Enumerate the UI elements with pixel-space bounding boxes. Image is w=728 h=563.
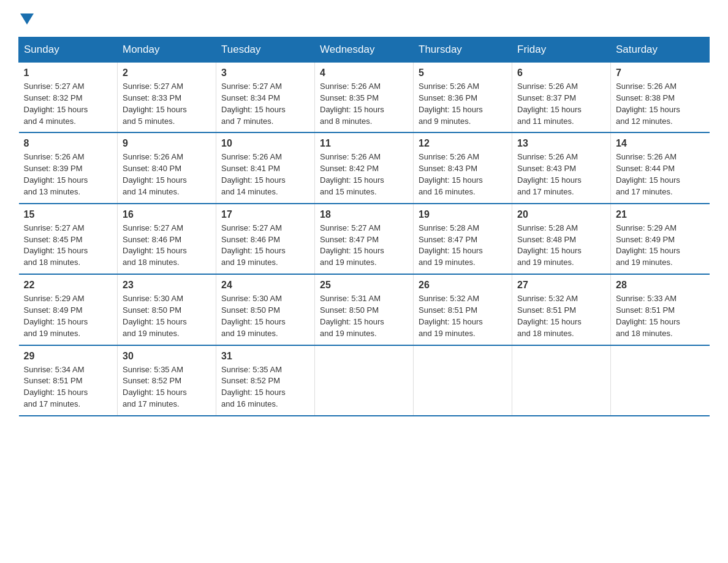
day-number: 14: [616, 138, 705, 149]
day-info: Sunrise: 5:26 AMSunset: 8:43 PMDaylight:…: [517, 151, 605, 197]
calendar-cell: 25 Sunrise: 5:31 AMSunset: 8:50 PMDaylig…: [315, 274, 414, 345]
day-number: 20: [517, 209, 605, 220]
calendar-cell: 17 Sunrise: 5:27 AMSunset: 8:46 PMDaylig…: [216, 204, 315, 274]
calendar-cell: [414, 345, 512, 416]
day-number: 31: [221, 351, 309, 362]
day-number: 22: [24, 280, 113, 291]
day-number: 23: [123, 280, 211, 291]
day-number: 8: [24, 138, 113, 149]
day-info: Sunrise: 5:27 AMSunset: 8:33 PMDaylight:…: [123, 81, 211, 127]
calendar-cell: 5 Sunrise: 5:26 AMSunset: 8:36 PMDayligh…: [414, 63, 512, 133]
day-info: Sunrise: 5:35 AMSunset: 8:52 PMDaylight:…: [221, 364, 309, 410]
calendar-cell: 26 Sunrise: 5:32 AMSunset: 8:51 PMDaylig…: [414, 274, 512, 345]
calendar-cell: 4 Sunrise: 5:26 AMSunset: 8:35 PMDayligh…: [315, 63, 414, 133]
calendar-cell: 13 Sunrise: 5:26 AMSunset: 8:43 PMDaylig…: [512, 132, 611, 203]
day-number: 15: [24, 209, 113, 220]
week-row-5: 29 Sunrise: 5:34 AMSunset: 8:51 PMDaylig…: [19, 345, 710, 416]
day-info: Sunrise: 5:27 AMSunset: 8:45 PMDaylight:…: [24, 223, 113, 269]
calendar-cell: 21 Sunrise: 5:29 AMSunset: 8:49 PMDaylig…: [611, 204, 710, 274]
calendar-cell: 12 Sunrise: 5:26 AMSunset: 8:43 PMDaylig…: [414, 132, 512, 203]
day-number: 3: [221, 67, 309, 79]
calendar-cell: 3 Sunrise: 5:27 AMSunset: 8:34 PMDayligh…: [216, 63, 315, 133]
day-info: Sunrise: 5:35 AMSunset: 8:52 PMDaylight:…: [123, 364, 211, 410]
header-wednesday: Wednesday: [315, 37, 414, 63]
day-info: Sunrise: 5:26 AMSunset: 8:36 PMDaylight:…: [419, 81, 507, 127]
day-number: 16: [123, 209, 211, 220]
week-row-4: 22 Sunrise: 5:29 AMSunset: 8:49 PMDaylig…: [19, 274, 710, 345]
svg-marker-0: [20, 13, 34, 25]
day-info: Sunrise: 5:26 AMSunset: 8:43 PMDaylight:…: [419, 151, 507, 197]
week-row-2: 8 Sunrise: 5:26 AMSunset: 8:39 PMDayligh…: [19, 132, 710, 203]
day-number: 11: [320, 138, 408, 149]
calendar-header-row: SundayMondayTuesdayWednesdayThursdayFrid…: [19, 37, 710, 63]
day-info: Sunrise: 5:30 AMSunset: 8:50 PMDaylight:…: [123, 293, 211, 339]
day-info: Sunrise: 5:26 AMSunset: 8:38 PMDaylight:…: [616, 81, 705, 127]
day-info: Sunrise: 5:27 AMSunset: 8:46 PMDaylight:…: [221, 223, 309, 269]
calendar-cell: 2 Sunrise: 5:27 AMSunset: 8:33 PMDayligh…: [118, 63, 216, 133]
calendar-cell: 28 Sunrise: 5:33 AMSunset: 8:51 PMDaylig…: [611, 274, 710, 345]
day-number: 6: [517, 67, 605, 79]
day-info: Sunrise: 5:26 AMSunset: 8:40 PMDaylight:…: [123, 151, 211, 197]
day-info: Sunrise: 5:27 AMSunset: 8:34 PMDaylight:…: [221, 81, 309, 127]
day-info: Sunrise: 5:26 AMSunset: 8:42 PMDaylight:…: [320, 151, 408, 197]
logo-triangle-icon: [20, 13, 34, 27]
logo: [18, 12, 34, 25]
day-info: Sunrise: 5:28 AMSunset: 8:48 PMDaylight:…: [517, 223, 605, 269]
day-info: Sunrise: 5:29 AMSunset: 8:49 PMDaylight:…: [616, 223, 705, 269]
day-info: Sunrise: 5:26 AMSunset: 8:44 PMDaylight:…: [616, 151, 705, 197]
calendar-cell: 23 Sunrise: 5:30 AMSunset: 8:50 PMDaylig…: [118, 274, 216, 345]
calendar-cell: 29 Sunrise: 5:34 AMSunset: 8:51 PMDaylig…: [19, 345, 118, 416]
week-row-1: 1 Sunrise: 5:27 AMSunset: 8:32 PMDayligh…: [19, 63, 710, 133]
day-number: 9: [123, 138, 211, 149]
calendar-cell: [512, 345, 611, 416]
day-number: 17: [221, 209, 309, 220]
header-thursday: Thursday: [414, 37, 512, 63]
day-info: Sunrise: 5:32 AMSunset: 8:51 PMDaylight:…: [517, 293, 605, 339]
calendar-cell: [611, 345, 710, 416]
header-tuesday: Tuesday: [216, 37, 315, 63]
day-number: 4: [320, 67, 408, 79]
calendar-cell: 31 Sunrise: 5:35 AMSunset: 8:52 PMDaylig…: [216, 345, 315, 416]
calendar-cell: 20 Sunrise: 5:28 AMSunset: 8:48 PMDaylig…: [512, 204, 611, 274]
day-number: 12: [419, 138, 507, 149]
day-number: 5: [419, 67, 507, 79]
day-info: Sunrise: 5:29 AMSunset: 8:49 PMDaylight:…: [24, 293, 113, 339]
calendar-cell: 27 Sunrise: 5:32 AMSunset: 8:51 PMDaylig…: [512, 274, 611, 345]
calendar-cell: 9 Sunrise: 5:26 AMSunset: 8:40 PMDayligh…: [118, 132, 216, 203]
day-info: Sunrise: 5:30 AMSunset: 8:50 PMDaylight:…: [221, 293, 309, 339]
day-number: 30: [123, 351, 211, 362]
header-saturday: Saturday: [611, 37, 710, 63]
day-info: Sunrise: 5:31 AMSunset: 8:50 PMDaylight:…: [320, 293, 408, 339]
day-number: 10: [221, 138, 309, 149]
day-info: Sunrise: 5:34 AMSunset: 8:51 PMDaylight:…: [24, 364, 113, 410]
week-row-3: 15 Sunrise: 5:27 AMSunset: 8:45 PMDaylig…: [19, 204, 710, 274]
header-friday: Friday: [512, 37, 611, 63]
day-number: 28: [616, 280, 705, 291]
day-info: Sunrise: 5:26 AMSunset: 8:35 PMDaylight:…: [320, 81, 408, 127]
page-header: [18, 12, 710, 25]
day-info: Sunrise: 5:28 AMSunset: 8:47 PMDaylight:…: [419, 223, 507, 269]
header-monday: Monday: [118, 37, 216, 63]
day-info: Sunrise: 5:27 AMSunset: 8:47 PMDaylight:…: [320, 223, 408, 269]
day-number: 21: [616, 209, 705, 220]
calendar-table: SundayMondayTuesdayWednesdayThursdayFrid…: [18, 37, 710, 416]
day-number: 19: [419, 209, 507, 220]
calendar-cell: 7 Sunrise: 5:26 AMSunset: 8:38 PMDayligh…: [611, 63, 710, 133]
calendar-cell: 24 Sunrise: 5:30 AMSunset: 8:50 PMDaylig…: [216, 274, 315, 345]
day-info: Sunrise: 5:26 AMSunset: 8:39 PMDaylight:…: [24, 151, 113, 197]
day-info: Sunrise: 5:26 AMSunset: 8:41 PMDaylight:…: [221, 151, 309, 197]
calendar-cell: 14 Sunrise: 5:26 AMSunset: 8:44 PMDaylig…: [611, 132, 710, 203]
day-number: 29: [24, 351, 113, 362]
day-number: 25: [320, 280, 408, 291]
day-number: 27: [517, 280, 605, 291]
calendar-cell: 30 Sunrise: 5:35 AMSunset: 8:52 PMDaylig…: [118, 345, 216, 416]
day-number: 24: [221, 280, 309, 291]
day-info: Sunrise: 5:33 AMSunset: 8:51 PMDaylight:…: [616, 293, 705, 339]
header-sunday: Sunday: [19, 37, 118, 63]
day-info: Sunrise: 5:32 AMSunset: 8:51 PMDaylight:…: [419, 293, 507, 339]
calendar-cell: 22 Sunrise: 5:29 AMSunset: 8:49 PMDaylig…: [19, 274, 118, 345]
day-info: Sunrise: 5:27 AMSunset: 8:32 PMDaylight:…: [24, 81, 113, 127]
calendar-cell: [315, 345, 414, 416]
day-number: 7: [616, 67, 705, 79]
calendar-cell: 10 Sunrise: 5:26 AMSunset: 8:41 PMDaylig…: [216, 132, 315, 203]
